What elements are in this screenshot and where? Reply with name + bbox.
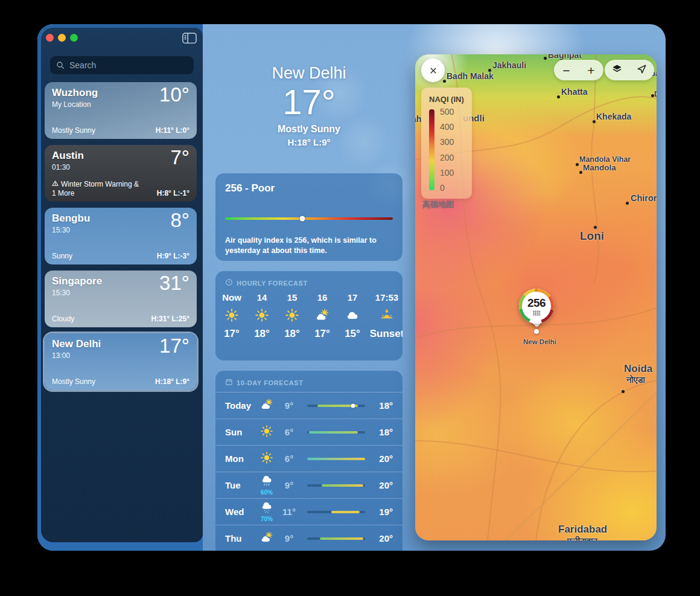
map-place-label: D xyxy=(654,89,657,98)
city-condition: Mostly Sunny xyxy=(52,377,95,386)
city-hi-lo: H:8° L:-1° xyxy=(157,189,189,197)
hourly-forecast-header: HOURLY FORECAST xyxy=(237,280,308,287)
legend-tick: 200 xyxy=(440,153,454,162)
temp-range-fill xyxy=(331,511,360,513)
city-subtitle: 15:30 xyxy=(52,289,70,297)
map-place-dot xyxy=(544,57,547,60)
city-card[interactable]: New Delhi 13:00 17° Mostly Sunny H:18° L… xyxy=(45,333,197,390)
temp-range-fill xyxy=(320,537,363,540)
city-subtitle: 13:00 xyxy=(52,351,70,360)
temp-range-bar xyxy=(307,458,365,460)
city-card[interactable]: Singapore 15:30 31° Cloudy H:31° L:25° xyxy=(45,271,197,327)
day-low-temp: 9° xyxy=(277,400,301,411)
city-card[interactable]: Austin 01:30 7° Winter Storm Warning & 1… xyxy=(45,145,197,202)
daily-row[interactable]: Tue 60% 9° 20° xyxy=(215,472,402,498)
day-low-temp: 6° xyxy=(277,427,301,437)
daily-rows: Today 9° 18° Sun 6° 18° Mo xyxy=(215,392,402,551)
daily-row[interactable]: Sun 6° 18° xyxy=(215,418,402,445)
sidebar-toggle-icon[interactable] xyxy=(182,33,197,44)
daily-row[interactable]: Wed 70% 11° 19° xyxy=(215,498,402,525)
hour-time: 17 xyxy=(337,292,368,303)
close-window-button[interactable] xyxy=(46,34,54,42)
map-place-label: Noida xyxy=(624,363,652,375)
hourly-items: Now 17° 14 18° 15 18° 16 17° 17 15° 17:5… xyxy=(215,292,402,340)
hour-temp: 18° xyxy=(277,328,307,340)
city-bottom: Sunny H:9° L:-3° xyxy=(52,252,189,260)
city-card[interactable]: Wuzhong My Location 10° Mostly Sunny H:1… xyxy=(45,82,197,139)
layers-icon[interactable] xyxy=(611,63,623,77)
close-map-button[interactable] xyxy=(421,59,445,82)
day-label: Today xyxy=(225,400,256,411)
current-hi-lo: H:18° L:9° xyxy=(203,137,415,147)
map-place-label: नोएडा xyxy=(626,374,645,385)
city-condition: 1 More xyxy=(52,189,74,197)
hourly-item[interactable]: 17:53 Sunset xyxy=(368,292,402,340)
hourly-item[interactable]: 14 18° xyxy=(247,292,277,340)
hour-temp: 15° xyxy=(337,328,368,340)
weather-icon xyxy=(368,308,402,324)
aqi-map-marker[interactable]: 256 xyxy=(519,289,554,324)
hour-temp: 17° xyxy=(307,328,337,340)
legend-tick: 400 xyxy=(440,122,454,132)
city-bottom: Mostly Sunny H:11° L:0° xyxy=(52,126,189,135)
calendar-icon xyxy=(225,378,233,387)
map-place-label: फ़रीदाबाद xyxy=(567,536,597,540)
fullscreen-window-button[interactable] xyxy=(70,34,78,42)
air-quality-card[interactable]: 256 - Poor Air quality index is 256, whi… xyxy=(215,173,402,261)
city-alert-text: Winter Storm Warning & xyxy=(61,180,139,188)
hour-temp: Sunset xyxy=(368,328,402,340)
daily-row[interactable]: Mon 6° 20° xyxy=(215,445,402,472)
day-high-temp: 20° xyxy=(371,480,393,490)
weather-icon xyxy=(260,475,273,490)
city-hi-lo: H:18° L:9° xyxy=(155,377,189,386)
air-quality-map[interactable]: BaghpatJakhauliBadh MalakKhattaKhekadaun… xyxy=(415,54,657,540)
sidebar: Wuzhong My Location 10° Mostly Sunny H:1… xyxy=(41,28,203,542)
hour-time: 16 xyxy=(307,292,337,303)
map-place-dot xyxy=(443,80,446,83)
legend-tick: 0 xyxy=(440,183,454,193)
city-card[interactable]: Bengbu 15:30 8° Sunny H:9° L:-3° xyxy=(45,208,197,264)
precip-chance: 70% xyxy=(261,516,273,522)
current-conditions: New Delhi 17° Mostly Sunny H:18° L:9° xyxy=(203,64,415,147)
clock-icon xyxy=(225,278,233,287)
daily-row[interactable]: Thu 9° 20° xyxy=(215,525,402,551)
temp-range-bar xyxy=(307,484,365,487)
day-icon-wrap: 60% xyxy=(256,475,277,496)
locate-icon[interactable] xyxy=(636,63,648,77)
map-place-label: Baghpat xyxy=(548,54,582,60)
hourly-item[interactable]: 15 18° xyxy=(277,292,307,340)
hour-temp: 18° xyxy=(247,328,277,340)
hourly-item[interactable]: 17 15° xyxy=(337,292,368,340)
hourly-item[interactable]: 16 17° xyxy=(307,292,337,340)
city-name: Austin xyxy=(52,150,84,162)
zoom-in-button[interactable]: + xyxy=(587,64,594,77)
day-label: Tue xyxy=(225,480,256,490)
map-tools xyxy=(605,60,654,80)
weather-icon xyxy=(277,308,307,324)
temp-range-fill xyxy=(307,458,365,460)
hourly-item[interactable]: Now 17° xyxy=(217,292,247,340)
temp-range-fill xyxy=(309,431,358,434)
map-place-dot xyxy=(594,226,597,229)
weather-icon xyxy=(307,308,337,324)
city-hi-lo: H:11° L:0° xyxy=(156,126,189,135)
temp-range-bar xyxy=(307,405,365,407)
day-label: Mon xyxy=(225,453,256,464)
minimize-window-button[interactable] xyxy=(58,34,66,42)
precip-chance: 60% xyxy=(261,490,273,496)
search-input[interactable] xyxy=(50,56,194,74)
day-icon-wrap xyxy=(256,451,277,466)
marker-anchor-dot xyxy=(534,329,539,334)
weather-icon xyxy=(260,398,273,413)
city-name: New Delhi xyxy=(52,338,101,350)
day-high-temp: 20° xyxy=(371,453,393,464)
city-temp: 10° xyxy=(159,83,189,106)
day-icon-wrap xyxy=(256,425,277,440)
zoom-out-button[interactable]: − xyxy=(562,64,570,77)
day-low-temp: 9° xyxy=(277,533,301,543)
daily-row[interactable]: Today 9° 18° xyxy=(215,392,402,418)
day-low-temp: 9° xyxy=(277,480,301,490)
weather-icon xyxy=(260,425,273,440)
map-place-dot xyxy=(593,120,596,123)
current-temp: 17° xyxy=(203,85,415,120)
